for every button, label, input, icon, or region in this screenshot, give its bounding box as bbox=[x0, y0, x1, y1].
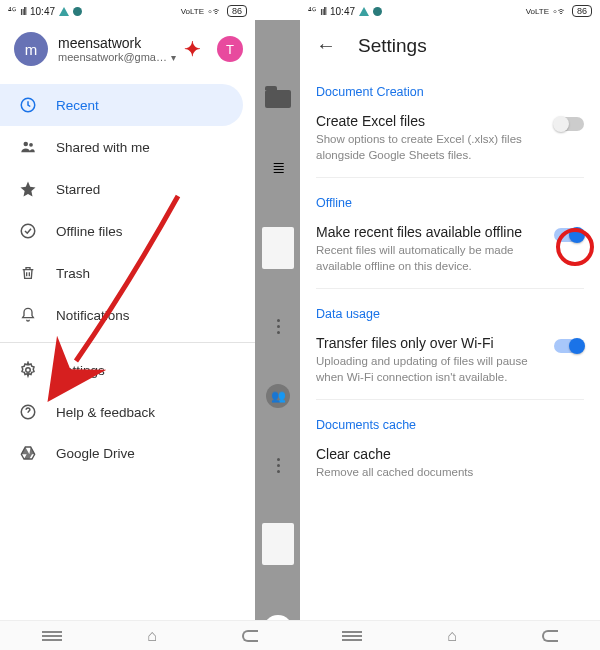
star-icon bbox=[18, 180, 38, 198]
battery-icon: 86 bbox=[572, 5, 592, 17]
account-name: meensatwork bbox=[58, 35, 170, 51]
setting-wifi-only[interactable]: Transfer files only over Wi-Fi Uploading… bbox=[316, 329, 584, 400]
document-thumbnail bbox=[262, 227, 294, 269]
svg-point-2 bbox=[29, 143, 33, 147]
home-button[interactable]: ⌂ bbox=[147, 627, 157, 645]
right-screenshot: ⁴ᴳ ııll 10:47 VoLTE ◦ᯤ 86 ← Settings Doc… bbox=[300, 0, 600, 650]
nav-label: Offline files bbox=[56, 224, 123, 239]
wifi-icon: ◦ᯤ bbox=[553, 5, 568, 17]
setting-title: Create Excel files bbox=[316, 113, 544, 129]
clock: 10:47 bbox=[330, 6, 355, 17]
status-bar: ⁴ᴳ ııll 10:47 VoLTE ◦ᯤ 86 bbox=[0, 0, 255, 20]
home-button[interactable]: ⌂ bbox=[447, 627, 457, 645]
svg-point-4 bbox=[26, 368, 31, 373]
nav-label: Help & feedback bbox=[56, 405, 155, 420]
help-icon bbox=[18, 403, 38, 421]
navigation-drawer: ⁴ᴳ ııll 10:47 VoLTE ◦ᯤ 86 m meensatwork bbox=[0, 0, 255, 650]
setting-title: Transfer files only over Wi-Fi bbox=[316, 335, 544, 351]
back-button[interactable] bbox=[542, 630, 558, 642]
account-header[interactable]: m meensatwork meensatwork@gma… ▾ ✦ T bbox=[0, 20, 255, 78]
setting-title: Clear cache bbox=[316, 446, 584, 462]
section-title-offline: Offline bbox=[316, 184, 584, 218]
recent-apps-button[interactable] bbox=[42, 629, 62, 643]
status-dot-icon bbox=[373, 7, 382, 16]
nav-offline[interactable]: Offline files bbox=[0, 210, 255, 252]
nav-help[interactable]: Help & feedback bbox=[0, 391, 255, 433]
nav-notifications[interactable]: Notifications bbox=[0, 294, 255, 336]
recent-apps-button[interactable] bbox=[342, 629, 362, 643]
trash-icon bbox=[18, 264, 38, 282]
nav-label: Notifications bbox=[56, 308, 130, 323]
back-arrow-icon[interactable]: ← bbox=[316, 34, 336, 57]
profile-badge[interactable]: T bbox=[217, 36, 243, 62]
nav-recent[interactable]: Recent bbox=[0, 84, 243, 126]
battery-icon: 86 bbox=[227, 5, 247, 17]
list-view-icon: ≣ bbox=[272, 158, 285, 177]
nav-drive[interactable]: Google Drive bbox=[0, 433, 255, 473]
volte-icon: VoLTE bbox=[526, 7, 549, 16]
nav-label: Settings bbox=[56, 363, 105, 378]
svg-point-1 bbox=[24, 142, 29, 147]
toggle-create-excel[interactable] bbox=[554, 117, 584, 131]
setting-desc: Recent files will automatically be made … bbox=[316, 243, 544, 274]
divider bbox=[0, 342, 255, 343]
warning-icon bbox=[59, 7, 69, 16]
avatar: m bbox=[14, 32, 48, 66]
setting-title: Make recent files available offline bbox=[316, 224, 544, 240]
folder-icon bbox=[265, 90, 291, 108]
page-title: Settings bbox=[358, 35, 427, 57]
setting-desc: Uploading and updating of files will pau… bbox=[316, 354, 544, 385]
setting-desc: Remove all cached documents bbox=[316, 465, 584, 481]
signal-bars-icon: ııll bbox=[20, 6, 26, 17]
nav-label: Trash bbox=[56, 266, 90, 281]
toggle-wifi-only[interactable] bbox=[554, 339, 584, 353]
gear-icon bbox=[18, 361, 38, 379]
signal-icon: ⁴ᴳ bbox=[8, 6, 16, 16]
svg-point-3 bbox=[21, 224, 35, 238]
android-nav-bar: ⌂ bbox=[0, 620, 300, 650]
chevron-down-icon[interactable]: ▾ bbox=[171, 52, 176, 63]
section-title-doc-creation: Document Creation bbox=[316, 73, 584, 107]
setting-create-excel[interactable]: Create Excel files Show options to creat… bbox=[316, 107, 584, 178]
volte-icon: VoLTE bbox=[181, 7, 204, 16]
more-icon bbox=[277, 458, 280, 473]
android-nav-bar: ⌂ bbox=[300, 620, 600, 650]
nav-label: Recent bbox=[56, 98, 99, 113]
nav-starred[interactable]: Starred bbox=[0, 168, 255, 210]
shared-badge-icon: 👥 bbox=[266, 384, 290, 408]
nav-label: Shared with me bbox=[56, 140, 150, 155]
flame-icon: ✦ bbox=[184, 37, 201, 61]
nav-label: Google Drive bbox=[56, 446, 135, 461]
offline-icon bbox=[18, 222, 38, 240]
nav-list: Recent Shared with me Starred bbox=[0, 84, 255, 473]
section-title-cache: Documents cache bbox=[316, 406, 584, 440]
nav-label: Starred bbox=[56, 182, 100, 197]
people-icon bbox=[18, 138, 38, 156]
setting-clear-cache[interactable]: Clear cache Remove all cached documents bbox=[316, 440, 584, 495]
status-bar: ⁴ᴳ ııll 10:47 VoLTE ◦ᯤ 86 bbox=[300, 0, 600, 20]
more-icon bbox=[277, 319, 280, 334]
warning-icon bbox=[359, 7, 369, 16]
settings-header: ← Settings bbox=[300, 20, 600, 69]
nav-settings[interactable]: Settings bbox=[0, 349, 255, 391]
setting-desc: Show options to create Excel (.xlsx) fil… bbox=[316, 132, 544, 163]
signal-icon: ⁴ᴳ bbox=[308, 6, 316, 16]
clock-icon bbox=[18, 96, 38, 114]
status-dot-icon bbox=[73, 7, 82, 16]
nav-trash[interactable]: Trash bbox=[0, 252, 255, 294]
document-thumbnail bbox=[262, 523, 294, 565]
signal-bars-icon: ııll bbox=[320, 6, 326, 17]
bell-icon bbox=[18, 306, 38, 324]
setting-offline-recent[interactable]: Make recent files available offline Rece… bbox=[316, 218, 584, 289]
back-button[interactable] bbox=[242, 630, 258, 642]
section-title-data-usage: Data usage bbox=[316, 295, 584, 329]
clock: 10:47 bbox=[30, 6, 55, 17]
drive-icon bbox=[18, 445, 38, 461]
left-screenshot: ≣ 👥 + ⁴ᴳ ııll 10:47 VoLTE bbox=[0, 0, 300, 650]
wifi-icon: ◦ᯤ bbox=[208, 5, 223, 17]
toggle-offline-recent[interactable] bbox=[554, 228, 584, 242]
nav-shared[interactable]: Shared with me bbox=[0, 126, 255, 168]
account-email: meensatwork@gma… ▾ bbox=[58, 51, 170, 63]
